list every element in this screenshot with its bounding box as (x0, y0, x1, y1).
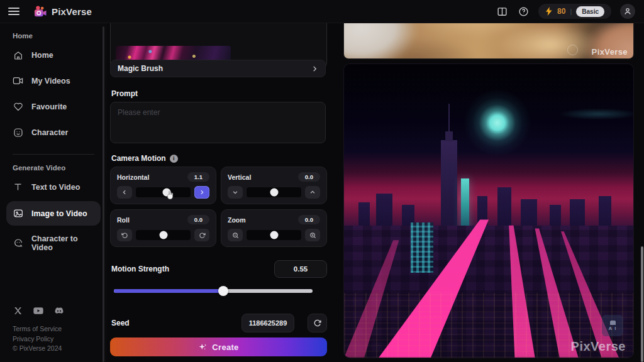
copyright-text: © PixVerse 2024 (13, 344, 64, 353)
building-silhouette (497, 187, 511, 231)
sidebar-item-image-to-video[interactable]: Image to Video (6, 201, 101, 226)
lightning-icon (545, 7, 553, 16)
chevron-right-icon (311, 65, 318, 72)
slider-value-badge: 0.0 (298, 172, 320, 182)
sidebar-item-character[interactable]: Character (0, 119, 107, 145)
motion-strength-value[interactable]: 0.55 (274, 260, 327, 278)
preview-image-main[interactable]: A I PixVerse (343, 63, 634, 358)
zoom-slider[interactable] (247, 230, 301, 240)
sparkle-icon (198, 343, 208, 352)
camera-card-roll: Roll 0.0 (110, 209, 216, 247)
sidebar-divider (13, 154, 94, 155)
divider: | (570, 8, 572, 15)
pan-left-button[interactable] (117, 186, 132, 199)
slider-label: Vertical (228, 173, 251, 181)
terms-of-service-link[interactable]: Terms of Service (13, 324, 64, 334)
slider-value-badge: 1.1 (187, 172, 209, 182)
brand[interactable]: PixVerse (33, 6, 92, 18)
info-icon[interactable]: i (170, 155, 178, 163)
help-icon[interactable] (517, 5, 530, 18)
seed-value-input[interactable]: 1186625289 (242, 314, 294, 332)
youtube-icon[interactable] (33, 307, 43, 315)
prompt-label: Prompt (111, 89, 138, 98)
create-button[interactable]: Create (110, 337, 327, 356)
sidebar-item-my-videos[interactable]: My Videos (0, 68, 107, 94)
user-avatar[interactable] (620, 4, 635, 19)
pixverse-app: PixVerse A I PixVerse (0, 0, 644, 362)
slider-label: Zoom (228, 216, 246, 224)
zoom-in-button[interactable] (305, 229, 320, 241)
slider-thumb[interactable] (159, 231, 167, 239)
zoom-out-button[interactable] (228, 229, 243, 241)
seed-refresh-button[interactable] (308, 314, 327, 332)
slider-label: Horizontal (117, 173, 149, 181)
slider-value-badge: 0.0 (187, 215, 209, 224)
slider-value-badge: 0.0 (298, 215, 320, 224)
topbar: PixVerse 80 | Basic (0, 0, 644, 23)
sidebar-item-home[interactable]: Home (0, 42, 107, 68)
hamburger-menu-icon[interactable] (8, 8, 19, 15)
tilt-down-button[interactable] (228, 186, 243, 199)
motion-strength-slider[interactable] (114, 286, 313, 296)
sidebar-item-favourite[interactable]: Favourite (0, 94, 107, 119)
camera-card-vertical: Vertical 0.0 (221, 167, 327, 204)
discord-icon[interactable] (54, 307, 64, 315)
heart-icon (13, 101, 23, 112)
slider-thumb[interactable] (218, 286, 228, 296)
slider-thumb[interactable] (270, 231, 278, 239)
privacy-policy-link[interactable]: Privacy Policy (13, 334, 64, 344)
credits-count: 80 (557, 7, 565, 16)
create-label: Create (212, 343, 238, 352)
text-to-video-icon (13, 182, 23, 192)
home-icon (13, 50, 23, 60)
plan-badge: Basic (576, 6, 604, 17)
spire-tower (441, 140, 457, 228)
sidebar-section-home: Home (13, 32, 107, 40)
watermark-text: PixVerse (571, 339, 626, 354)
sidebar-item-label: Favourite (31, 102, 67, 111)
teal-windows-building (411, 222, 433, 272)
library-icon[interactable] (496, 5, 508, 18)
roll-slider[interactable] (136, 230, 191, 240)
sidebar-item-label: Image to Video (31, 209, 87, 218)
slider-thumb[interactable] (162, 189, 170, 197)
sidebar-item-character-to-video[interactable]: Character to Video (0, 227, 107, 260)
brand-name: PixVerse (52, 6, 92, 17)
slider-label: Roll (117, 216, 130, 224)
sidebar-item-label: My Videos (31, 77, 70, 85)
sidebar-item-label: Home (31, 51, 53, 60)
horizontal-slider[interactable] (136, 187, 191, 197)
character-to-video-icon (13, 238, 23, 249)
sidebar-item-label: Character to Video (31, 234, 94, 252)
x-icon[interactable] (13, 307, 23, 315)
camera-card-horizontal: Horizontal 1.1 (110, 167, 216, 204)
sidebar-section-generate: Generate Video (13, 164, 107, 172)
watermark-stamp-icon (567, 45, 578, 55)
prompt-input[interactable] (110, 102, 326, 143)
rotate-cw-button[interactable] (194, 229, 209, 241)
sidebar: Home Home My Videos Favourite Character (0, 23, 107, 362)
magic-brush-button[interactable]: Magic Brush (110, 60, 326, 77)
my-videos-icon (13, 75, 23, 86)
generation-form: Magic Brush Prompt Camera Motion i Horiz… (110, 23, 327, 362)
pan-right-button[interactable] (194, 186, 209, 199)
camera-motion-label: Camera Motion (111, 154, 166, 163)
camera-motion-grid: Horizontal 1.1 (110, 167, 327, 247)
slider-thumb[interactable] (270, 189, 278, 197)
vertical-slider[interactable] (247, 187, 301, 197)
credits-pill[interactable]: 80 | Basic (538, 4, 611, 19)
sidebar-item-label: Text to Video (31, 183, 80, 192)
sidebar-item-text-to-video[interactable]: Text to Video (0, 174, 107, 200)
seed-label: Seed (111, 319, 130, 327)
pixverse-logo-icon (33, 6, 47, 18)
rotate-ccw-button[interactable] (117, 229, 132, 241)
image-to-video-icon (13, 208, 23, 219)
page-scrollbar[interactable] (641, 246, 643, 362)
building-silhouette (570, 199, 585, 229)
sidebar-scrollbar[interactable] (103, 26, 104, 362)
tilt-up-button[interactable] (305, 186, 320, 199)
watermark-text: PixVerse (592, 47, 628, 57)
magic-brush-label: Magic Brush (118, 64, 163, 73)
ai-stamp-icon: A I (602, 315, 623, 336)
motion-strength-label: Motion Strength (111, 265, 169, 273)
